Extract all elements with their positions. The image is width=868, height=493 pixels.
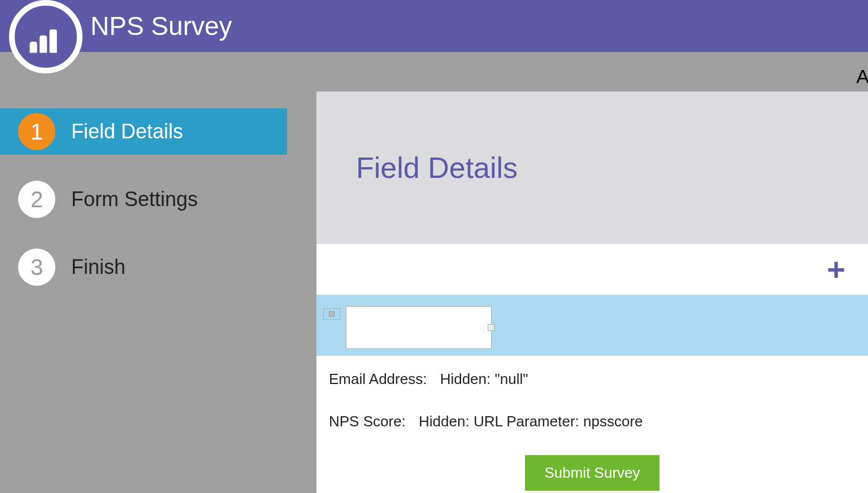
field-label: Email Address: bbox=[329, 370, 427, 387]
plus-icon[interactable]: + bbox=[827, 254, 845, 285]
resize-handle[interactable] bbox=[488, 324, 494, 331]
step-number: 1 bbox=[18, 113, 55, 150]
step-number: 3 bbox=[18, 248, 55, 286]
submit-button[interactable]: Submit Survey bbox=[525, 455, 659, 491]
step-form-settings[interactable]: 2 Form Settings bbox=[0, 176, 287, 222]
field-value: Hidden: "null" bbox=[440, 370, 528, 387]
corner-letter: A bbox=[856, 66, 868, 88]
bar-chart-icon bbox=[26, 17, 66, 56]
add-field-bar: + bbox=[316, 244, 868, 295]
panel-title-area: Field Details bbox=[316, 91, 868, 244]
main: 1 Field Details 2 Form Settings 3 Finish… bbox=[0, 52, 868, 493]
step-label: Field Details bbox=[71, 120, 183, 143]
panel-title: Field Details bbox=[356, 151, 518, 185]
field-label: NPS Score: bbox=[329, 413, 406, 430]
form-row-email[interactable]: Email Address: Hidden: "null" bbox=[329, 370, 856, 388]
content: A Field Details + Email Address: Hidden:… bbox=[316, 52, 868, 493]
header-bar: NPS Survey bbox=[0, 0, 868, 52]
drag-handle-dot bbox=[329, 311, 335, 317]
step-label: Form Settings bbox=[71, 187, 198, 211]
step-label: Finish bbox=[71, 255, 125, 279]
logo bbox=[9, 0, 83, 73]
field-value: Hidden: URL Parameter: npsscore bbox=[419, 413, 643, 430]
selected-field-row[interactable] bbox=[316, 295, 868, 356]
step-finish[interactable]: 3 Finish bbox=[0, 244, 287, 290]
step-number: 2 bbox=[18, 181, 55, 218]
sidebar: 1 Field Details 2 Form Settings 3 Finish bbox=[0, 52, 316, 493]
step-field-details[interactable]: 1 Field Details bbox=[0, 108, 287, 155]
page-title: NPS Survey bbox=[90, 11, 232, 41]
form-area: Email Address: Hidden: "null" NPS Score:… bbox=[316, 356, 868, 493]
drag-handle[interactable] bbox=[323, 308, 340, 320]
text-input-box[interactable] bbox=[346, 306, 492, 349]
form-row-nps-score[interactable]: NPS Score: Hidden: URL Parameter: npssco… bbox=[329, 413, 856, 430]
